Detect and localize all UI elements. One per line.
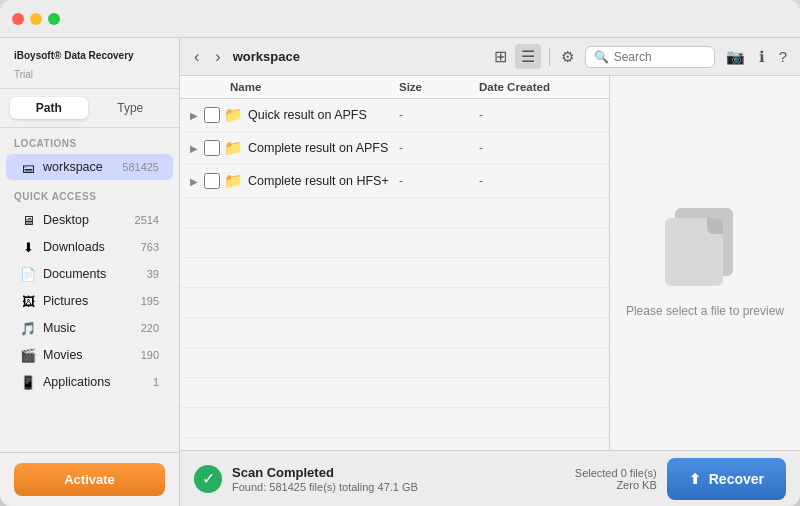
status-bar: ✓ Scan Completed Found: 581425 file(s) t… xyxy=(180,450,800,506)
empty-row xyxy=(180,258,609,288)
app-name: iBoysoft xyxy=(14,50,54,61)
info-button[interactable]: ℹ xyxy=(756,45,768,69)
table-row[interactable]: ▶ 📁 Complete result on APFS - - xyxy=(180,132,609,165)
split-panel: Name Size Date Created ▶ 📁 Quick result … xyxy=(180,76,800,450)
workspace-label: workspace xyxy=(43,160,115,174)
grid-view-button[interactable]: ⊞ xyxy=(488,44,513,69)
empty-row xyxy=(180,288,609,318)
row-checkbox-2[interactable] xyxy=(204,173,220,189)
row-date-1: - xyxy=(479,141,599,155)
sidebar-item-music[interactable]: 🎵 Music 220 xyxy=(6,315,173,341)
app-header: iBoysoft® Data Recovery Trial xyxy=(0,38,179,89)
forward-button[interactable]: › xyxy=(211,46,224,68)
row-checkbox-0[interactable] xyxy=(204,107,220,123)
folder-icon: 📁 xyxy=(224,139,242,157)
sidebar-bottom: Activate xyxy=(0,452,179,506)
downloads-label: Downloads xyxy=(43,240,134,254)
sidebar: iBoysoft® Data Recovery Trial Path Type … xyxy=(0,38,180,506)
col-date-header: Date Created xyxy=(479,81,599,93)
recover-button[interactable]: ⬆ Recover xyxy=(667,458,786,500)
row-date-0: - xyxy=(479,108,599,122)
sidebar-item-pictures[interactable]: 🖼 Pictures 195 xyxy=(6,288,173,314)
view-toggle: ⊞ ☰ xyxy=(488,44,541,69)
row-size-0: - xyxy=(399,108,479,122)
maximize-button[interactable] xyxy=(48,13,60,25)
pictures-label: Pictures xyxy=(43,294,134,308)
row-name-1: Complete result on APFS xyxy=(248,141,399,155)
empty-row xyxy=(180,378,609,408)
back-button[interactable]: ‹ xyxy=(190,46,203,68)
movies-icon: 🎬 xyxy=(20,347,36,363)
table-row[interactable]: ▶ 📁 Complete result on HFS+ - - xyxy=(180,165,609,198)
expand-icon[interactable]: ▶ xyxy=(190,176,204,187)
file-icon-front xyxy=(665,218,723,286)
sidebar-inner: iBoysoft® Data Recovery Trial Path Type … xyxy=(0,38,180,506)
empty-row xyxy=(180,408,609,438)
content-area: ‹ › workspace ⊞ ☰ ⚙ 🔍 📷 ℹ ? xyxy=(180,38,800,506)
list-view-button[interactable]: ☰ xyxy=(515,44,541,69)
table-row[interactable]: ▶ 📁 Quick result on APFS - - xyxy=(180,99,609,132)
music-icon: 🎵 xyxy=(20,320,36,336)
expand-icon[interactable]: ▶ xyxy=(190,110,204,121)
applications-count: 1 xyxy=(153,376,159,388)
pictures-icon: 🖼 xyxy=(20,293,36,309)
titlebar xyxy=(0,0,800,38)
file-rows: ▶ 📁 Quick result on APFS - - ▶ 📁 Complet… xyxy=(180,99,609,450)
scan-info: Scan Completed Found: 581425 file(s) tot… xyxy=(232,465,565,493)
filter-button[interactable]: ⚙ xyxy=(558,45,577,69)
traffic-lights xyxy=(12,13,60,25)
sidebar-item-applications[interactable]: 📱 Applications 1 xyxy=(6,369,173,395)
movies-count: 190 xyxy=(141,349,159,361)
breadcrumb: workspace xyxy=(233,49,480,64)
sidebar-item-movies[interactable]: 🎬 Movies 190 xyxy=(6,342,173,368)
search-icon: 🔍 xyxy=(594,50,609,64)
empty-row xyxy=(180,318,609,348)
folder-icon: 📁 xyxy=(224,172,242,190)
selected-size: Zero KB xyxy=(575,479,657,491)
locations-label: Locations xyxy=(0,128,179,153)
file-list-header: Name Size Date Created xyxy=(180,76,609,99)
empty-row xyxy=(180,228,609,258)
quick-access-label: Quick Access xyxy=(0,181,179,206)
sidebar-item-workspace[interactable]: 🖴 workspace 581425 xyxy=(6,154,173,180)
row-size-2: - xyxy=(399,174,479,188)
row-name-2: Complete result on HFS+ xyxy=(248,174,399,188)
main-area: iBoysoft® Data Recovery Trial Path Type … xyxy=(0,38,800,506)
folder-icon: 📁 xyxy=(224,106,242,124)
minimize-button[interactable] xyxy=(30,13,42,25)
tab-type[interactable]: Type xyxy=(92,97,170,119)
sidebar-scrollable: Locations 🖴 workspace 581425 Quick Acces… xyxy=(0,128,179,452)
sidebar-item-documents[interactable]: 📄 Documents 39 xyxy=(6,261,173,287)
downloads-icon: ⬇ xyxy=(20,239,36,255)
content-toolbar: ‹ › workspace ⊞ ☰ ⚙ 🔍 📷 ℹ ? xyxy=(180,38,800,76)
file-list-area: Name Size Date Created ▶ 📁 Quick result … xyxy=(180,76,610,450)
help-button[interactable]: ? xyxy=(776,45,790,68)
col-name-header: Name xyxy=(230,81,399,93)
toolbar-separator xyxy=(549,48,550,66)
tab-path[interactable]: Path xyxy=(10,97,88,119)
desktop-count: 2514 xyxy=(135,214,159,226)
main-window: iBoysoft® Data Recovery Trial Path Type … xyxy=(0,0,800,506)
downloads-count: 763 xyxy=(141,241,159,253)
harddisk-icon: 🖴 xyxy=(20,159,36,175)
row-name-0: Quick result on APFS xyxy=(248,108,399,122)
row-checkbox-1[interactable] xyxy=(204,140,220,156)
activate-button[interactable]: Activate xyxy=(14,463,165,496)
trial-label: Trial xyxy=(14,69,165,80)
pictures-count: 195 xyxy=(141,295,159,307)
camera-button[interactable]: 📷 xyxy=(723,45,748,69)
scan-complete-icon: ✓ xyxy=(194,465,222,493)
search-bar[interactable]: 🔍 xyxy=(585,46,715,68)
sidebar-item-desktop[interactable]: 🖥 Desktop 2514 xyxy=(6,207,173,233)
preview-files-icon xyxy=(665,208,745,288)
search-input[interactable] xyxy=(614,50,704,64)
music-label: Music xyxy=(43,321,134,335)
row-size-1: - xyxy=(399,141,479,155)
movies-label: Movies xyxy=(43,348,134,362)
music-count: 220 xyxy=(141,322,159,334)
empty-row xyxy=(180,198,609,228)
selected-info: Selected 0 file(s) Zero KB xyxy=(575,467,657,491)
close-button[interactable] xyxy=(12,13,24,25)
sidebar-item-downloads[interactable]: ⬇ Downloads 763 xyxy=(6,234,173,260)
expand-icon[interactable]: ▶ xyxy=(190,143,204,154)
